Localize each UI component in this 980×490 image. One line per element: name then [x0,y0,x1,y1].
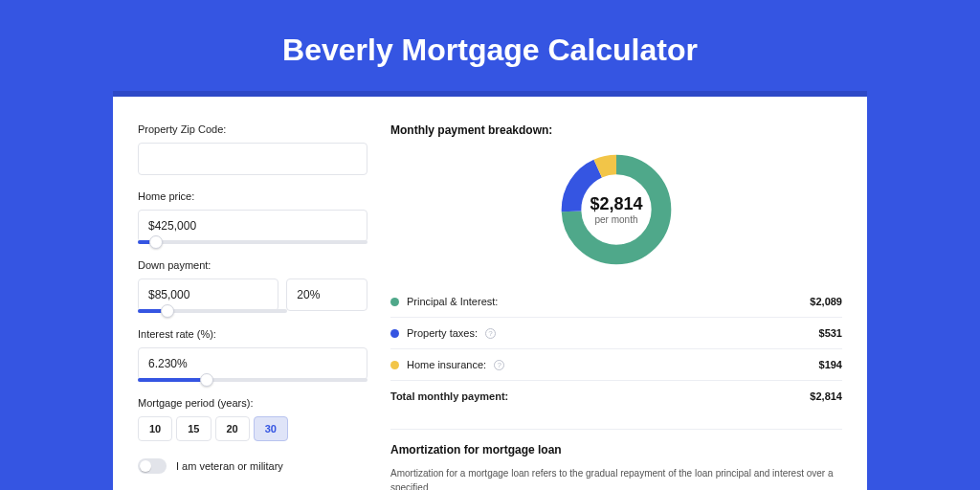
calculator-card: Property Zip Code: Home price: Down paym… [113,97,867,490]
down-payment-field-group: Down payment: [138,259,368,313]
legend-value: $194 [819,359,842,370]
slider-thumb[interactable] [161,304,174,318]
total-payment-row: Total monthly payment: $2,814 [390,380,842,412]
breakdown-column: Monthly payment breakdown: $2,814 per mo… [390,123,842,490]
interest-slider[interactable] [138,378,368,382]
slider-thumb[interactable] [200,373,213,387]
legend-label: Home insurance: [407,359,486,370]
legend-dot-icon [390,361,399,369]
home-price-slider[interactable] [138,240,368,244]
donut-chart-wrap: $2,814 per month [390,150,842,269]
legend-row: Principal & Interest:$2,089 [390,286,842,318]
slider-thumb[interactable] [149,235,163,249]
legend-value: $531 [819,327,842,339]
legend-row: Home insurance:?$194 [390,349,842,381]
period-buttons: 10152030 [138,416,368,441]
legend-label: Property taxes: [407,327,478,339]
legend-list: Principal & Interest:$2,089Property taxe… [390,286,842,381]
period-button-20[interactable]: 20 [215,416,250,441]
home-price-input[interactable] [138,210,368,242]
veteran-toggle[interactable] [138,458,167,474]
amortization-text: Amortization for a mortgage loan refers … [390,466,842,490]
card-shadow: Property Zip Code: Home price: Down paym… [113,91,867,490]
donut-value: $2,814 [590,194,642,214]
home-price-label: Home price: [138,190,368,202]
legend-value: $2,089 [810,296,842,307]
zip-input[interactable] [138,143,368,175]
breakdown-heading: Monthly payment breakdown: [390,123,842,137]
veteran-label: I am veteran or military [176,460,283,472]
home-price-field-group: Home price: [138,190,368,244]
down-payment-amount-input[interactable] [138,278,278,311]
interest-field-group: Interest rate (%): [138,328,368,382]
form-column: Property Zip Code: Home price: Down paym… [138,123,368,490]
period-button-15[interactable]: 15 [176,416,211,441]
interest-label: Interest rate (%): [138,328,368,340]
down-payment-label: Down payment: [138,259,368,271]
legend-dot-icon [390,298,399,306]
veteran-toggle-row: I am veteran or military [138,458,368,474]
donut-sub: per month [594,214,637,225]
page-title: Beverly Mortgage Calculator [0,0,980,91]
zip-field-group: Property Zip Code: [138,123,368,175]
total-label: Total monthly payment: [390,390,508,402]
interest-input[interactable] [138,347,368,380]
legend-label: Principal & Interest: [407,296,498,307]
donut-chart: $2,814 per month [557,150,676,269]
legend-dot-icon [390,329,399,338]
amortization-section: Amortization for mortgage loan Amortizat… [390,429,842,490]
slider-fill [138,378,207,382]
legend-row: Property taxes:?$531 [390,318,842,349]
zip-label: Property Zip Code: [138,123,368,135]
donut-center: $2,814 per month [557,150,676,269]
toggle-knob [140,460,151,472]
help-icon[interactable]: ? [494,360,504,370]
period-label: Mortgage period (years): [138,397,368,409]
period-button-10[interactable]: 10 [138,416,172,441]
period-field-group: Mortgage period (years): 10152030 [138,397,368,441]
down-payment-percent-input[interactable] [286,278,368,311]
help-icon[interactable]: ? [485,328,496,339]
amortization-title: Amortization for mortgage loan [390,443,842,457]
period-button-30[interactable]: 30 [254,416,288,441]
down-payment-slider[interactable] [138,309,287,313]
total-value: $2,814 [810,390,842,402]
